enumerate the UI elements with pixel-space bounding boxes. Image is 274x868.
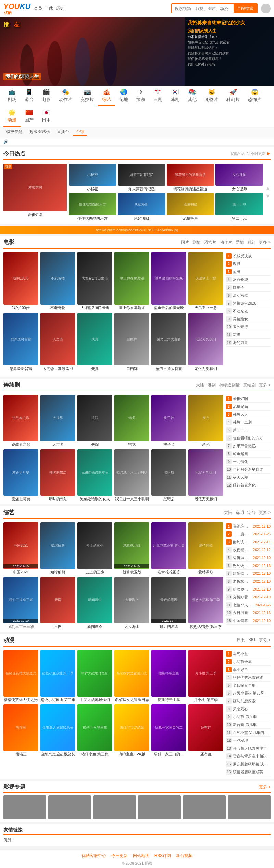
drama-item-3[interactable]: 失踪 失踪 [77, 395, 112, 447]
drama-item-12[interactable]: 老亿万兜孩们 老亿万兜孩们 [188, 449, 223, 502]
nav-tab-travel[interactable]: ✈ 旅游 [132, 86, 149, 106]
variety-rank-10[interactable]: 10 分析好看 2021-12-10 [226, 593, 271, 601]
drama-rank-11[interactable]: 11 蓝天大差 [226, 474, 271, 481]
drama-tab-finished[interactable]: 完结剧 [243, 382, 256, 388]
variety-tab-mainland[interactable]: 大陆 [224, 510, 232, 516]
variety-item-10[interactable]: 大天海上 大天海上 [114, 577, 149, 629]
hot-item-1[interactable]: 小秘密 小秘密 [69, 164, 116, 192]
logo[interactable]: YOUKU 优酷 [3, 2, 30, 15]
nav-tab-kr[interactable]: 🇰🇷 韩剧 [166, 86, 184, 106]
movie-rank-4[interactable]: 4 冰点长城 [226, 276, 271, 284]
anime-tab-big[interactable]: BIG [248, 637, 256, 643]
variety-tab-hk[interactable]: 港台 [247, 510, 256, 516]
nav-tab-japan[interactable]: 🇯🇵 日本 [38, 106, 55, 127]
variety-rank-11[interactable]: 11 七位个人成功的 第3季 2021-12-6 [226, 601, 271, 609]
drama-item-11[interactable]: 黑暗后 黑暗后 [151, 449, 186, 502]
anime-rank-2[interactable]: 2 小屁孩全集 [226, 658, 271, 666]
variety-tab-more[interactable]: 更多 > [259, 510, 271, 516]
anime-item-7[interactable]: 熊猫三 熊猫三 [3, 704, 38, 757]
variety-rank-5[interactable]: 5 运势游戏 第三季 2021-12-10 [226, 554, 271, 562]
movie-rank-11[interactable]: 11 霜降 [226, 331, 271, 339]
anime-item-2[interactable]: 超级小屁孩通 第二季 超级小屁孩通 第二季 [40, 650, 75, 702]
drama-rank-1[interactable]: 1 爱很烂啊 [226, 395, 271, 403]
scroll-down-icon[interactable]: ▼ [265, 193, 271, 199]
anime-rank-15[interactable]: 15 罗亦新超级那路 决定了！ [226, 760, 271, 768]
variety-item-1[interactable]: 中国2021 2021-12-10 中国2021 [3, 522, 38, 575]
drama-item-7[interactable]: 爱还是可要 爱还是可要 [3, 449, 38, 502]
friend-link-youku[interactable]: 优酷 [3, 837, 12, 843]
movie-item-5[interactable]: 鲨鱼最后的将光晚 鲨鱼最后的将光晚 [151, 252, 186, 310]
variety-rank-9[interactable]: 9 哈哈奥特大 第三季 2021-12-10 [226, 585, 271, 593]
movie-tab-more[interactable]: 更多 > [259, 239, 271, 245]
drama-item-6[interactable]: 亲光 亲光 [188, 395, 223, 447]
anime-rank-4[interactable]: 4 猪仔优秀冰雪追逐 [226, 674, 271, 682]
header-nav-vip[interactable]: 会员 [34, 5, 42, 11]
nav-sub-special[interactable]: 特技专题 [3, 128, 25, 136]
drama-tab-more[interactable]: 更多 > [259, 382, 271, 388]
variety-rank-12[interactable]: 12 今日很新 2021-12-13 [226, 609, 271, 617]
movie-item-11[interactable]: 盛力三角大盲宴 盛力三角大盲宴 [151, 313, 186, 371]
nav-tab-action[interactable]: 🎭 动作片 [55, 86, 76, 106]
anime-tab-more[interactable]: 更多 > [259, 637, 271, 643]
hot-item-8[interactable]: 第二十班 第二十班 [215, 193, 263, 221]
drama-item-9[interactable]: 兄弟处错误的女人 兄弟处错误的女人 [77, 449, 112, 502]
anime-rank-14[interactable]: 14 雷音与背景谁来相决时代 [226, 752, 271, 760]
anime-rank-13[interactable]: 13 开心超人脱力关注年 [226, 744, 271, 752]
nav-tab-movie[interactable]: 🎬 电影 [38, 86, 55, 106]
anime-item-11[interactable]: 绿狐一家三口的二 绿狐一家三口的二 [151, 704, 186, 757]
anime-tab-weekly[interactable]: 周七 [237, 637, 245, 643]
hot-item-3[interactable]: 镜花缘月的遇星盲道 镜花缘月的遇星盲道 [167, 164, 214, 192]
footer-link-today[interactable]: 今日更新 [111, 853, 128, 859]
nav-tab-photo[interactable]: 📷 竞技片 [76, 86, 98, 106]
variety-rank-3[interactable]: 3 财约访达六人 2021-12-11 [226, 538, 271, 546]
topic-item-6[interactable] [228, 795, 271, 819]
hot-item-6[interactable]: 风起洛阳 风起洛阳 [118, 193, 165, 221]
anime-item-3[interactable]: 中罗大战地球怪们 中罗大战地球怪们 [77, 650, 112, 702]
topic-item-4[interactable] [138, 795, 181, 819]
update-button[interactable]: ▶ [267, 152, 271, 156]
variety-item-8[interactable]: 天网 天网 [40, 577, 75, 629]
variety-rank-4[interactable]: 4 收视精彩 第三季 2021-12-12 [226, 546, 271, 554]
drama-item-4[interactable]: 错觉 错觉 [114, 395, 149, 447]
anime-item-5[interactable]: 德斯特帮主集 德斯特帮主集 [151, 650, 186, 702]
movie-tab-scifi[interactable]: 科幻 [247, 239, 256, 245]
variety-rank-6[interactable]: 6 财约访达六人 2021-12-13 [226, 562, 271, 570]
movie-rank-3[interactable]: 3 盐田 [226, 268, 271, 276]
footer-link-service[interactable]: 优酷客服中心 [82, 853, 106, 859]
variety-rank-1[interactable]: 1 嗨跑综艺 第三季 2021-12-10 [226, 522, 271, 530]
anime-rank-5[interactable]: 5 名侦探女全集 [226, 682, 271, 689]
variety-item-9[interactable]: 新闻调查 新闻调查 [77, 577, 112, 629]
footer-link-sitemap[interactable]: 网站地图 [133, 853, 149, 859]
header-nav-download[interactable]: 下载 [45, 5, 53, 11]
drama-tab-chase[interactable]: 持续追剧量 [219, 382, 240, 388]
nav-sub-live[interactable]: 直播台 [54, 128, 72, 136]
drama-rank-5[interactable]: 5 第二十二 [226, 426, 271, 434]
drama-item-10[interactable]: 我总就一只三个明明 我总就一只三个明明 [114, 449, 149, 502]
anime-rank-8[interactable]: 8 天之乃心 [226, 705, 271, 713]
movie-item-3[interactable]: 大海鲨2加口出击 大海鲨2加口出击 [77, 252, 112, 310]
movie-item-7[interactable]: 忽弄斑斑普雷 忽弄斑斑普雷 [3, 313, 38, 371]
topic-item-3[interactable] [93, 795, 136, 819]
drama-rank-2[interactable]: 2 流量光岛 [226, 403, 271, 411]
topic-item-5[interactable] [183, 795, 226, 819]
anime-item-1[interactable]: 猪猪使英雄大侠之光 猪猪使英雄大侠之光 [3, 650, 38, 702]
anime-rank-7[interactable]: 7 画与幻想探索 [226, 697, 271, 705]
drama-tab-hk[interactable]: 港剧 [208, 382, 216, 388]
anime-item-9[interactable]: 猪仔小鱼 第三集 猪仔小鱼 第三集 [77, 704, 112, 757]
footer-link-newtv[interactable]: 新台视频 [176, 853, 192, 859]
movie-rank-2[interactable]: 2 谍影 [226, 260, 271, 268]
hot-item-5[interactable]: 住住吃香醋的乐方 住住吃香醋的乐方 [69, 193, 116, 221]
anime-rank-12[interactable]: 12 一些发现 [226, 737, 271, 744]
header-nav-history[interactable]: 历史 [56, 5, 64, 11]
hot-item-7[interactable]: 流量明星 流量明星 [167, 193, 214, 221]
drama-rank-6[interactable]: 6 住住看嗜醋的方方 [226, 434, 271, 442]
nav-tab-gangtai[interactable]: 📱 港台 [21, 86, 38, 106]
nav-tab-pet[interactable]: 🐱 宠物片 [201, 86, 222, 106]
drama-item-1[interactable]: 逆战春之歌 逆战春之歌 [3, 395, 38, 447]
drama-rank-8[interactable]: 8 鲸鱼起潮 [226, 450, 271, 458]
nav-tab-scifi[interactable]: 🚀 科幻片 [222, 86, 244, 106]
movie-rank-7[interactable]: 7 迷路赤电2020 [226, 299, 271, 307]
variety-item-7[interactable]: 我们三世幸三算 2021-12-10 我们三世幸三算 [3, 577, 38, 629]
nav-sub-tvshows[interactable]: 台综 [73, 128, 87, 136]
variety-item-11[interactable]: 最近的原因 2021-12-7 最近的原因 [151, 577, 186, 629]
